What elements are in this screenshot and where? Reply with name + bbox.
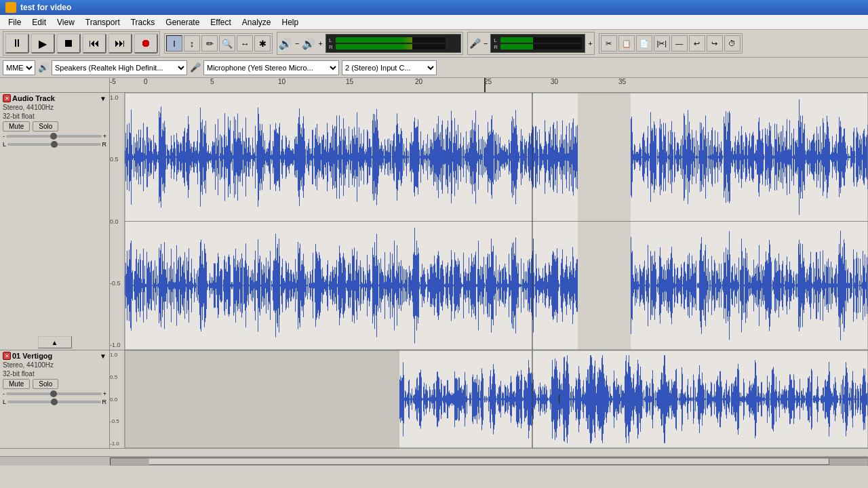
- volume-minus[interactable]: −: [295, 39, 299, 47]
- track-1-mute[interactable]: Mute: [3, 121, 30, 131]
- speaker-device-icon: 🔊: [38, 62, 49, 73]
- track-2-buttons: Mute Solo: [3, 379, 106, 389]
- volume-plus[interactable]: +: [318, 39, 322, 47]
- host-select[interactable]: MME: [3, 60, 35, 75]
- cut-icon[interactable]: ✂: [601, 35, 617, 52]
- undo-icon[interactable]: ↩: [689, 35, 705, 52]
- cursor-i-beam: I: [557, 392, 561, 407]
- track-1-info1: Stereo, 44100Hz: [3, 104, 106, 111]
- menu-tracks[interactable]: Tracks: [125, 16, 161, 28]
- track-2-gain-plus[interactable]: +: [103, 390, 106, 397]
- ruler-track-spacer: [0, 78, 110, 92]
- ruler-mark-15: 15: [346, 78, 353, 85]
- menu-bar: File Edit View Transport Tracks Generate…: [0, 15, 868, 30]
- track-2-waveform-canvas[interactable]: [125, 350, 868, 448]
- t2-scale-bot: -1.0: [110, 441, 124, 447]
- ruler-mark-5: 5: [210, 78, 214, 85]
- input-meter-r-bar: [500, 44, 582, 49]
- track-1-scale: 1.0 0.5 0.0 -0.5 -1.0: [110, 93, 125, 350]
- scale-bot: -1.0: [110, 342, 124, 348]
- track-2-pan-slider[interactable]: [7, 401, 100, 403]
- menu-analyze[interactable]: Analyze: [237, 16, 277, 28]
- mic-icon: 🎤: [469, 38, 481, 49]
- sync-icon[interactable]: ⏱: [724, 35, 741, 52]
- track-1-gain-slider[interactable]: [6, 135, 102, 138]
- menu-effect[interactable]: Effect: [205, 16, 236, 28]
- menu-help[interactable]: Help: [277, 16, 304, 28]
- horizontal-scrollbar[interactable]: [110, 458, 868, 466]
- zoom-tool[interactable]: 🔍: [219, 35, 235, 52]
- menu-edit[interactable]: Edit: [26, 16, 52, 28]
- speaker-icon: 🔊: [279, 37, 292, 50]
- ruler-mark-0: 0: [144, 78, 148, 85]
- track-2: ✕ 01 Vertigog ▼ Stereo, 44100Hz 32-bit f…: [0, 350, 868, 449]
- timeshift-tool[interactable]: ↔: [237, 35, 253, 52]
- draw-tool[interactable]: ✏: [201, 35, 218, 52]
- envelope-tool[interactable]: ↕: [184, 35, 200, 52]
- mic-minus[interactable]: −: [484, 39, 488, 47]
- input-meter-l-bar: [500, 37, 582, 43]
- track-2-dropdown[interactable]: ▼: [100, 352, 106, 360]
- track-1-pan-r: R: [102, 141, 107, 148]
- track-1-waveform[interactable]: 1.0 0.5 0.0 -0.5 -1.0: [110, 93, 868, 350]
- track-1-waveform-canvas[interactable]: [125, 93, 868, 350]
- title-bar: test for video: [0, 0, 868, 15]
- skip-end-button[interactable]: ⏭: [108, 33, 132, 54]
- ruler-mark-35: 35: [618, 78, 626, 85]
- pause-button[interactable]: ⏸: [5, 33, 29, 54]
- track-2-close[interactable]: ✕: [3, 352, 11, 360]
- scrollbar-thumb[interactable]: [149, 458, 829, 465]
- skip-start-button[interactable]: ⏮: [82, 33, 106, 54]
- stop-button[interactable]: ⏹: [56, 33, 81, 54]
- output-device-select[interactable]: Speakers (Realtek High Definit...: [52, 60, 187, 75]
- meter-l-bar: [336, 37, 446, 43]
- menu-generate[interactable]: Generate: [160, 16, 205, 28]
- scale-top: 1.0: [110, 94, 124, 101]
- track-2-mute[interactable]: Mute: [3, 379, 30, 389]
- track-1-info2: 32-bit float: [3, 113, 106, 120]
- record-button[interactable]: ⏺: [134, 33, 158, 54]
- track-2-scale: 1.0 0.5 0.0 -0.5 -1.0: [110, 350, 125, 448]
- scale-lower: -0.5: [110, 280, 124, 287]
- track-2-gain-slider[interactable]: [6, 392, 102, 395]
- track-2-info1: Stereo, 44100Hz: [3, 361, 106, 369]
- silence-icon[interactable]: —: [671, 35, 688, 52]
- mic-device-icon: 🎤: [190, 62, 201, 73]
- input-device-select[interactable]: Microphone (Yeti Stereo Micro...: [203, 60, 339, 75]
- play-button[interactable]: ▶: [31, 33, 55, 54]
- ruler-mark-30: 30: [551, 78, 558, 85]
- track-1-solo[interactable]: Solo: [33, 121, 58, 131]
- mic-plus[interactable]: +: [588, 39, 592, 47]
- track-2-gain-minus[interactable]: -: [3, 390, 5, 397]
- copy-icon[interactable]: 📋: [618, 35, 635, 52]
- track-2-waveform[interactable]: 1.0 0.5 0.0 -0.5 -1.0 I: [110, 350, 868, 448]
- selection-tool[interactable]: I: [166, 35, 182, 52]
- t2-scale-lower: -0.5: [110, 418, 124, 424]
- channel-select[interactable]: 2 (Stereo) Input C...: [342, 60, 437, 75]
- menu-transport[interactable]: Transport: [80, 16, 125, 28]
- track-1-gain-minus[interactable]: -: [3, 133, 5, 140]
- track-2-solo[interactable]: Solo: [33, 379, 58, 389]
- transport-group: ⏸ ▶ ⏹ ⏮ ⏭ ⏺: [3, 31, 160, 56]
- track-1-buttons: Mute Solo: [3, 121, 106, 131]
- redo-icon[interactable]: ↪: [707, 35, 723, 52]
- track-1-dropdown[interactable]: ▼: [100, 95, 106, 102]
- track-1-pan-slider[interactable]: [7, 143, 100, 146]
- main-content: -5 0 5 10 15 20 25 30 35 ✕ Audio Track ▼…: [0, 78, 868, 466]
- trim-icon[interactable]: |✂|: [654, 35, 670, 52]
- meter-r-bar: [336, 44, 446, 49]
- input-meter-r: R: [494, 44, 499, 50]
- track-1-collapse-btn[interactable]: ▲: [38, 336, 72, 348]
- menu-view[interactable]: View: [52, 16, 80, 28]
- menu-file[interactable]: File: [3, 16, 26, 28]
- meter-r-label: R: [329, 44, 334, 50]
- multi-tool[interactable]: ✱: [254, 35, 271, 52]
- track-1-gain-plus[interactable]: +: [103, 133, 106, 140]
- track-1-controls: ✕ Audio Track ▼ Stereo, 44100Hz 32-bit f…: [0, 93, 110, 350]
- track-1-close[interactable]: ✕: [3, 94, 11, 102]
- timeline-ruler: -5 0 5 10 15 20 25 30 35: [0, 78, 868, 93]
- ruler-mark-10: 10: [278, 78, 285, 85]
- t2-scale-top: 1.0: [110, 352, 124, 358]
- ruler-mark-20: 20: [415, 78, 422, 85]
- paste-icon[interactable]: 📄: [636, 35, 652, 52]
